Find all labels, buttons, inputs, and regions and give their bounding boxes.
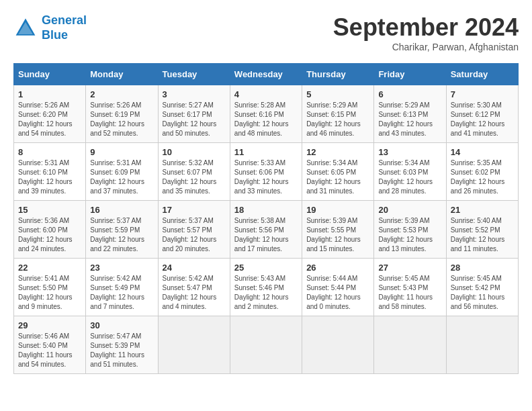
- calendar-cell: 1 Sunrise: 5:26 AMSunset: 6:20 PMDayligh…: [14, 85, 86, 143]
- calendar-cell: 16 Sunrise: 5:37 AMSunset: 5:59 PMDaylig…: [86, 201, 158, 259]
- day-number: 10: [163, 147, 226, 157]
- day-info: Sunrise: 5:39 AMSunset: 5:55 PMDaylight:…: [306, 217, 361, 253]
- day-info: Sunrise: 5:45 AMSunset: 5:42 PMDaylight:…: [451, 275, 505, 310]
- header-monday: Monday: [86, 64, 158, 85]
- day-info: Sunrise: 5:41 AMSunset: 5:50 PMDaylight:…: [18, 275, 73, 310]
- calendar-cell: 26 Sunrise: 5:44 AMSunset: 5:44 PMDaylig…: [302, 259, 374, 316]
- day-info: Sunrise: 5:26 AMSunset: 6:20 PMDaylight:…: [18, 101, 73, 137]
- day-info: Sunrise: 5:27 AMSunset: 6:17 PMDaylight:…: [163, 101, 217, 137]
- day-number: 11: [234, 147, 298, 157]
- calendar-cell: 9 Sunrise: 5:31 AMSunset: 6:09 PMDayligh…: [86, 143, 158, 201]
- day-info: Sunrise: 5:44 AMSunset: 5:44 PMDaylight:…: [306, 275, 361, 310]
- calendar-cell: 2 Sunrise: 5:26 AMSunset: 6:19 PMDayligh…: [86, 85, 158, 143]
- day-info: Sunrise: 5:31 AMSunset: 6:10 PMDaylight:…: [18, 159, 73, 195]
- calendar-cell: 12 Sunrise: 5:34 AMSunset: 6:05 PMDaylig…: [302, 143, 374, 201]
- day-number: 4: [234, 89, 298, 99]
- day-info: Sunrise: 5:42 AMSunset: 5:49 PMDaylight:…: [90, 275, 144, 310]
- calendar-cell: 10 Sunrise: 5:32 AMSunset: 6:07 PMDaylig…: [158, 143, 230, 201]
- day-number: 5: [306, 89, 369, 99]
- calendar-cell: 6 Sunrise: 5:29 AMSunset: 6:13 PMDayligh…: [374, 85, 446, 143]
- day-number: 3: [163, 89, 226, 99]
- day-number: 7: [451, 89, 514, 99]
- location: Charikar, Parwan, Afghanistan: [333, 42, 519, 52]
- day-info: Sunrise: 5:29 AMSunset: 6:13 PMDaylight:…: [378, 101, 433, 137]
- header-wednesday: Wednesday: [230, 64, 302, 85]
- calendar-cell: 5 Sunrise: 5:29 AMSunset: 6:15 PMDayligh…: [302, 85, 374, 143]
- day-info: Sunrise: 5:40 AMSunset: 5:52 PMDaylight:…: [451, 217, 505, 253]
- calendar-cell: 7 Sunrise: 5:30 AMSunset: 6:12 PMDayligh…: [446, 85, 518, 143]
- month-title: September 2024: [333, 13, 519, 42]
- day-info: Sunrise: 5:35 AMSunset: 6:02 PMDaylight:…: [451, 159, 505, 195]
- calendar-cell: 8 Sunrise: 5:31 AMSunset: 6:10 PMDayligh…: [14, 143, 86, 201]
- day-info: Sunrise: 5:47 AMSunset: 5:39 PMDaylight:…: [90, 332, 144, 368]
- day-number: 12: [306, 147, 369, 157]
- calendar-cell: [302, 316, 374, 374]
- day-number: 9: [90, 147, 153, 157]
- day-info: Sunrise: 5:29 AMSunset: 6:15 PMDaylight:…: [306, 101, 361, 137]
- calendar-cell: [230, 316, 302, 374]
- title-block: September 2024 Charikar, Parwan, Afghani…: [333, 13, 519, 52]
- calendar-cell: 13 Sunrise: 5:34 AMSunset: 6:03 PMDaylig…: [374, 143, 446, 201]
- calendar-week-row: 15 Sunrise: 5:36 AMSunset: 6:00 PMDaylig…: [14, 201, 519, 259]
- day-number: 24: [163, 263, 226, 273]
- day-info: Sunrise: 5:31 AMSunset: 6:09 PMDaylight:…: [90, 159, 144, 195]
- day-number: 21: [451, 205, 514, 215]
- calendar-week-row: 8 Sunrise: 5:31 AMSunset: 6:10 PMDayligh…: [14, 143, 519, 201]
- day-info: Sunrise: 5:34 AMSunset: 6:03 PMDaylight:…: [378, 159, 433, 195]
- calendar-cell: 17 Sunrise: 5:37 AMSunset: 5:57 PMDaylig…: [158, 201, 230, 259]
- day-info: Sunrise: 5:34 AMSunset: 6:05 PMDaylight:…: [306, 159, 361, 195]
- calendar-week-row: 1 Sunrise: 5:26 AMSunset: 6:20 PMDayligh…: [14, 85, 519, 143]
- day-info: Sunrise: 5:38 AMSunset: 5:56 PMDaylight:…: [234, 217, 289, 253]
- calendar-cell: [158, 316, 230, 374]
- day-info: Sunrise: 5:26 AMSunset: 6:19 PMDaylight:…: [90, 101, 144, 137]
- calendar-cell: 27 Sunrise: 5:45 AMSunset: 5:43 PMDaylig…: [374, 259, 446, 316]
- calendar-cell: 30 Sunrise: 5:47 AMSunset: 5:39 PMDaylig…: [86, 316, 158, 374]
- calendar-cell: [374, 316, 446, 374]
- calendar-cell: 23 Sunrise: 5:42 AMSunset: 5:49 PMDaylig…: [86, 259, 158, 316]
- calendar-cell: 28 Sunrise: 5:45 AMSunset: 5:42 PMDaylig…: [446, 259, 518, 316]
- calendar-cell: 3 Sunrise: 5:27 AMSunset: 6:17 PMDayligh…: [158, 85, 230, 143]
- day-number: 8: [18, 147, 81, 157]
- day-number: 20: [378, 205, 441, 215]
- header-friday: Friday: [374, 64, 446, 85]
- day-number: 6: [378, 89, 441, 99]
- day-number: 16: [90, 205, 153, 215]
- day-number: 14: [451, 147, 514, 157]
- day-number: 13: [378, 147, 441, 157]
- calendar-cell: 25 Sunrise: 5:43 AMSunset: 5:46 PMDaylig…: [230, 259, 302, 316]
- day-info: Sunrise: 5:37 AMSunset: 5:59 PMDaylight:…: [90, 217, 144, 253]
- header-tuesday: Tuesday: [158, 64, 230, 85]
- calendar-cell: 21 Sunrise: 5:40 AMSunset: 5:52 PMDaylig…: [446, 201, 518, 259]
- calendar-cell: [446, 316, 518, 374]
- logo-icon: [13, 16, 38, 40]
- calendar-cell: 11 Sunrise: 5:33 AMSunset: 6:06 PMDaylig…: [230, 143, 302, 201]
- day-info: Sunrise: 5:43 AMSunset: 5:46 PMDaylight:…: [234, 275, 289, 310]
- calendar-cell: 4 Sunrise: 5:28 AMSunset: 6:16 PMDayligh…: [230, 85, 302, 143]
- day-number: 1: [18, 89, 81, 99]
- header-saturday: Saturday: [446, 64, 518, 85]
- calendar-table: SundayMondayTuesdayWednesdayThursdayFrid…: [13, 63, 519, 374]
- calendar-week-row: 22 Sunrise: 5:41 AMSunset: 5:50 PMDaylig…: [14, 259, 519, 316]
- day-number: 30: [90, 320, 153, 330]
- day-info: Sunrise: 5:37 AMSunset: 5:57 PMDaylight:…: [163, 217, 217, 253]
- day-info: Sunrise: 5:45 AMSunset: 5:43 PMDaylight:…: [378, 275, 433, 310]
- header-sunday: Sunday: [14, 64, 86, 85]
- logo: General Blue: [13, 13, 87, 42]
- day-number: 23: [90, 263, 153, 273]
- day-number: 2: [90, 89, 153, 99]
- calendar-cell: 22 Sunrise: 5:41 AMSunset: 5:50 PMDaylig…: [14, 259, 86, 316]
- calendar-cell: 18 Sunrise: 5:38 AMSunset: 5:56 PMDaylig…: [230, 201, 302, 259]
- calendar-cell: 29 Sunrise: 5:46 AMSunset: 5:40 PMDaylig…: [14, 316, 86, 374]
- calendar-header-row: SundayMondayTuesdayWednesdayThursdayFrid…: [14, 64, 519, 85]
- calendar-cell: 15 Sunrise: 5:36 AMSunset: 6:00 PMDaylig…: [14, 201, 86, 259]
- calendar-cell: 24 Sunrise: 5:42 AMSunset: 5:47 PMDaylig…: [158, 259, 230, 316]
- calendar-cell: 19 Sunrise: 5:39 AMSunset: 5:55 PMDaylig…: [302, 201, 374, 259]
- day-info: Sunrise: 5:28 AMSunset: 6:16 PMDaylight:…: [234, 101, 289, 137]
- logo-text: General Blue: [42, 13, 87, 42]
- day-number: 29: [18, 320, 81, 330]
- day-number: 27: [378, 263, 441, 273]
- day-number: 26: [306, 263, 369, 273]
- day-info: Sunrise: 5:32 AMSunset: 6:07 PMDaylight:…: [163, 159, 217, 195]
- calendar-week-row: 29 Sunrise: 5:46 AMSunset: 5:40 PMDaylig…: [14, 316, 519, 374]
- day-number: 19: [306, 205, 369, 215]
